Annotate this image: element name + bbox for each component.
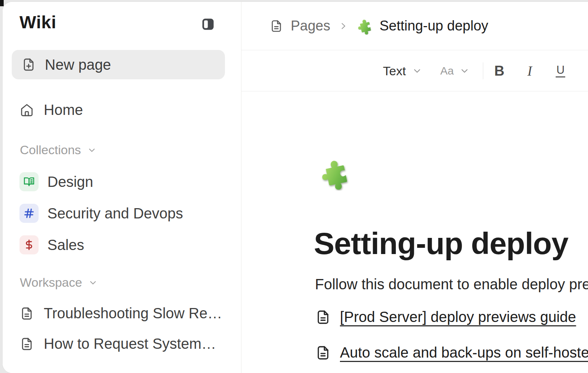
font-style-dropdown[interactable]: Aa [440,50,469,91]
italic-label: I [527,63,532,79]
formatting-toolbar: Text Aa B I U [241,50,588,91]
new-page-button[interactable]: New page [12,50,225,79]
sidebar-section-collections[interactable]: Collections [20,143,96,157]
document-icon [19,306,34,321]
chevron-down-icon [89,278,97,287]
page-editor[interactable]: Setting-up deploy Follow this document t… [241,91,588,373]
page-link-prod-server[interactable]: [Prod Server] deploy previews guide [315,309,576,325]
collection-icon-design [19,172,39,191]
sidebar-item-sales[interactable]: Sales [19,235,84,254]
page-link-label[interactable]: Auto scale and back-ups on self-hosted [340,344,588,361]
sidebar-item-label: How to Request System… [44,336,216,352]
section-label: Collections [20,143,81,157]
sidebar-item-label: Sales [47,237,84,253]
block-type-label: Text [383,64,406,78]
home-icon [19,103,34,117]
collection-icon-security [19,204,39,223]
chevron-down-icon [412,66,422,76]
page-intro-text[interactable]: Follow this document to enable deploy pr… [315,276,588,293]
breadcrumb-current-page: Setting-up deploy [380,18,488,34]
new-page-label: New page [45,57,111,73]
toolbar-divider [483,62,483,79]
bold-button[interactable]: B [494,50,504,91]
panel-toggle-icon [202,18,214,30]
block-type-dropdown[interactable]: Text [383,50,422,91]
hash-icon [23,207,35,219]
chevron-down-icon [87,146,96,155]
book-open-icon [23,176,35,188]
page-puzzle-piece-icon[interactable] [318,156,353,191]
sidebar-item-how-to-request[interactable]: How to Request System… [19,336,216,352]
underline-button[interactable]: U [556,50,565,91]
breadcrumb: Pages Setting-up [241,2,588,50]
main-area: Pages Setting-up [241,2,588,373]
document-icon [269,19,283,33]
sidebar-item-design[interactable]: Design [19,172,93,191]
sidebar-item-label: Home [44,102,83,118]
sidebar-section-workspace[interactable]: Workspace [20,275,97,290]
sidebar-item-label: Security and Devops [47,205,183,222]
sidebar-toggle-button[interactable] [202,18,214,30]
page-link-label[interactable]: [Prod Server] deploy previews guide [340,309,576,325]
page-title[interactable]: Setting-up deploy [314,226,568,261]
breadcrumb-root[interactable]: Pages [291,18,330,34]
bold-label: B [494,63,504,79]
sidebar-item-security-and-devops[interactable]: Security and Devops [19,204,183,223]
document-icon [19,337,34,351]
underline-label: U [556,64,565,77]
collection-icon-sales [19,235,39,254]
app-canvas: Wiki New page H [0,0,588,373]
app-window: Wiki New page H [3,2,588,373]
sidebar: Wiki New page H [3,2,241,373]
sidebar-item-troubleshooting[interactable]: Troubleshooting Slow Re… [19,305,222,322]
document-icon [315,309,331,325]
italic-button[interactable]: I [527,50,532,91]
puzzle-piece-icon [356,17,374,35]
sidebar-item-home[interactable]: Home [19,102,83,118]
desktop-background-corner [0,0,4,6]
sidebar-item-label: Design [47,174,93,190]
section-label: Workspace [20,275,82,290]
dollar-icon [23,239,35,251]
sidebar-item-label: Troubleshooting Slow Re… [44,305,222,322]
chevron-right-icon [338,21,348,31]
file-plus-icon [21,57,36,72]
font-style-label: Aa [440,65,454,77]
chevron-down-icon [460,66,469,76]
page-link-auto-scale[interactable]: Auto scale and back-ups on self-hosted [315,344,588,361]
document-icon [315,345,331,361]
workspace-title: Wiki [19,12,56,32]
